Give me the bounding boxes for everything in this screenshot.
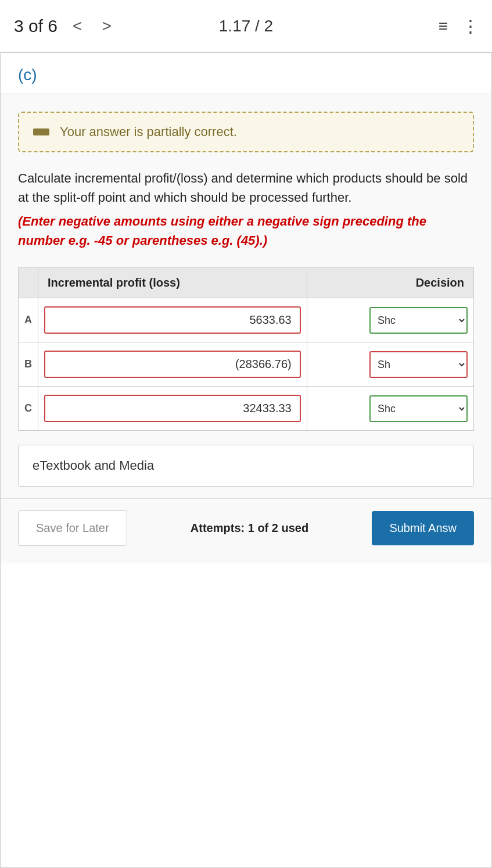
save-for-later-button[interactable]: Save for Later xyxy=(18,510,127,546)
submit-button[interactable]: Submit Answ xyxy=(372,511,474,545)
alert-text: Your answer is partially correct. xyxy=(60,124,237,140)
attempts-text: Attempts: 1 of 2 used xyxy=(191,521,308,535)
question-note-text: (Enter negative amounts using either a n… xyxy=(18,212,474,250)
prev-arrow[interactable]: < xyxy=(68,15,87,38)
decision-cell-0: ShcProcess Further xyxy=(307,298,473,342)
next-arrow[interactable]: > xyxy=(97,15,116,38)
decision-cell-1: ShProcess Further xyxy=(307,342,473,387)
part-label: (c) xyxy=(1,53,491,94)
profit-cell-2 xyxy=(38,387,307,431)
decision-select-0[interactable]: ShcProcess Further xyxy=(369,307,468,334)
main-content: (c) Your answer is partially correct. Ca… xyxy=(0,52,492,868)
list-icon[interactable]: ≡ xyxy=(439,17,448,35)
profit-input-2[interactable] xyxy=(44,395,301,422)
profit-input-1[interactable] xyxy=(44,351,301,378)
decision-cell-2: ShcProcess Further xyxy=(307,387,473,431)
dots-icon[interactable]: ⋮ xyxy=(462,16,478,36)
col-empty-header xyxy=(19,268,38,298)
row-label-2: C xyxy=(19,387,38,431)
etextbook-button[interactable]: eTextbook and Media xyxy=(18,445,474,487)
page-count: 3 of 6 xyxy=(14,16,58,36)
col-decision-header: Decision xyxy=(307,268,473,298)
alert-box: Your answer is partially correct. xyxy=(18,112,474,152)
profit-cell-1 xyxy=(38,342,307,387)
inner-content: Your answer is partially correct. Calcul… xyxy=(1,94,491,498)
row-label-1: B xyxy=(19,342,38,387)
row-label-0: A xyxy=(19,298,38,342)
profit-input-0[interactable] xyxy=(44,306,301,334)
decision-select-2[interactable]: ShcProcess Further xyxy=(369,395,468,422)
profit-cell-0 xyxy=(38,298,307,342)
top-bar-right: ≡ ⋮ xyxy=(324,16,478,36)
decision-select-1[interactable]: ShProcess Further xyxy=(369,351,468,378)
alert-icon xyxy=(33,128,49,135)
bottom-area: Save for Later Attempts: 1 of 2 used Sub… xyxy=(1,498,491,563)
data-table: Incremental profit (loss) Decision AShcP… xyxy=(18,267,474,431)
top-bar: 3 of 6 < > 1.17 / 2 ≡ ⋮ xyxy=(0,0,492,52)
top-bar-left: 3 of 6 < > xyxy=(14,15,168,38)
question-main-text: Calculate incremental profit/(loss) and … xyxy=(18,169,474,207)
page-ratio: 1.17 / 2 xyxy=(168,17,323,35)
col-profit-header: Incremental profit (loss) xyxy=(38,268,307,298)
